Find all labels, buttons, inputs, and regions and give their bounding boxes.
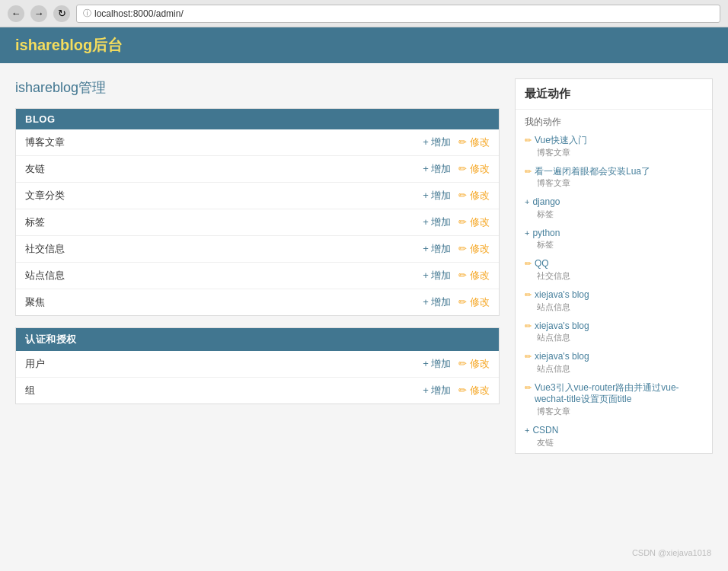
recent-item-type: 博客文章 [525, 177, 703, 189]
list-item: ✏看一遍闭着眼都会安装Lua了博客文章 [516, 163, 712, 194]
recent-items-container: ✏Vue快速入门博客文章✏看一遍闭着眼都会安装Lua了博客文章+django标签… [516, 132, 712, 453]
recent-item-text: django [532, 196, 560, 209]
list-item: ✏Vue快速入门博客文章 [516, 132, 712, 163]
right-panel: 最近动作 我的动作 ✏Vue快速入门博客文章✏看一遍闭着眼都会安装Lua了博客文… [515, 78, 713, 550]
recent-actions-subheader: 我的动作 [516, 110, 712, 132]
section-blog: BLOG博客文章+ 增加✏ 修改友链+ 增加✏ 修改文章分类+ 增加✏ 修改标签… [15, 108, 500, 316]
pencil-icon: ✏ [525, 321, 532, 331]
row-actions: + 增加✏ 修改 [423, 162, 490, 176]
address-bar[interactable]: ⓘ localhost:8000/admin/ [76, 5, 720, 23]
row-label: 博客文章 [25, 136, 65, 149]
row-actions: + 增加✏ 修改 [423, 269, 490, 282]
row-actions: + 增加✏ 修改 [423, 189, 490, 203]
plus-icon: + [525, 426, 529, 435]
edit-link[interactable]: ✏ 修改 [458, 242, 490, 256]
recent-item-type: 标签 [525, 239, 703, 250]
plus-icon: + [525, 228, 529, 238]
add-link[interactable]: + 增加 [423, 269, 451, 282]
recent-item-type: 站点信息 [525, 332, 703, 343]
lock-icon: ⓘ [83, 8, 91, 19]
add-link[interactable]: + 增加 [423, 295, 451, 309]
edit-link[interactable]: ✏ 修改 [458, 136, 490, 149]
row-actions: + 增加✏ 修改 [423, 136, 490, 149]
add-link[interactable]: + 增加 [423, 357, 451, 371]
add-link[interactable]: + 增加 [423, 189, 451, 203]
edit-link[interactable]: ✏ 修改 [458, 215, 490, 229]
recent-actions-title: 最近动作 [516, 79, 712, 110]
recent-item-link[interactable]: +django [525, 196, 703, 209]
list-item: ✏xiejava's blog站点信息 [516, 286, 712, 317]
recent-item-link[interactable]: ✏xiejava's blog [525, 289, 703, 301]
row-label: 标签 [25, 215, 45, 229]
recent-item-link[interactable]: ✏xiejava's blog [525, 351, 703, 363]
edit-link[interactable]: ✏ 修改 [458, 269, 490, 282]
recent-item-link[interactable]: ✏Vue快速入门 [525, 135, 703, 147]
section-header-auth: 认证和授权 [16, 328, 499, 351]
table-row: 文章分类+ 增加✏ 修改 [16, 183, 499, 209]
pencil-icon: ✏ [525, 167, 532, 177]
back-button[interactable]: ← [8, 5, 24, 22]
row-label: 聚焦 [25, 295, 45, 309]
section-auth: 认证和授权用户+ 增加✏ 修改组+ 增加✏ 修改 [15, 327, 500, 404]
list-item: ✏xiejava's blog站点信息 [516, 348, 712, 379]
forward-button[interactable]: → [30, 5, 47, 22]
recent-item-text: Vue3引入vue-router路由并通过vue-wechat-title设置页… [535, 382, 703, 406]
list-item: ✏Vue3引入vue-router路由并通过vue-wechat-title设置… [516, 379, 712, 422]
recent-item-text: QQ [535, 258, 549, 270]
row-actions: + 增加✏ 修改 [423, 215, 490, 229]
table-row: 站点信息+ 增加✏ 修改 [16, 263, 499, 289]
table-row: 用户+ 增加✏ 修改 [16, 351, 499, 378]
recent-item-text: xiejava's blog [535, 351, 589, 363]
edit-link[interactable]: ✏ 修改 [458, 357, 490, 371]
address-text: localhost:8000/admin/ [94, 8, 184, 19]
edit-link[interactable]: ✏ 修改 [458, 384, 490, 397]
page-title: ishareblog管理 [15, 78, 500, 97]
table-row: 友链+ 增加✏ 修改 [16, 156, 499, 183]
recent-panel: 最近动作 我的动作 ✏Vue快速入门博客文章✏看一遍闭着眼都会安装Lua了博客文… [515, 78, 713, 454]
add-link[interactable]: + 增加 [423, 242, 451, 256]
row-actions: + 增加✏ 修改 [423, 357, 490, 371]
site-header: ishareblog后台 [0, 27, 728, 63]
add-link[interactable]: + 增加 [423, 162, 451, 176]
recent-item-text: 看一遍闭着眼都会安装Lua了 [535, 166, 650, 178]
recent-item-link[interactable]: ✏QQ [525, 258, 703, 270]
recent-item-type: 博客文章 [525, 147, 703, 158]
row-label: 友链 [25, 162, 45, 176]
recent-item-type: 博客文章 [525, 406, 703, 417]
recent-item-link[interactable]: +python [525, 228, 703, 240]
main-wrapper: ishareblog管理 BLOG博客文章+ 增加✏ 修改友链+ 增加✏ 修改文… [0, 63, 728, 566]
row-label: 用户 [25, 357, 45, 371]
recent-item-type: 站点信息 [525, 301, 703, 313]
recent-item-link[interactable]: ✏xiejava's blog [525, 321, 703, 333]
pencil-icon: ✏ [525, 352, 532, 362]
add-link[interactable]: + 增加 [423, 215, 451, 229]
recent-item-link[interactable]: ✏看一遍闭着眼都会安装Lua了 [525, 166, 703, 178]
list-item: +python标签 [516, 225, 712, 256]
sections-container: BLOG博客文章+ 增加✏ 修改友链+ 增加✏ 修改文章分类+ 增加✏ 修改标签… [15, 108, 500, 404]
add-link[interactable]: + 增加 [423, 136, 451, 149]
recent-item-text: xiejava's blog [535, 289, 589, 301]
left-panel: ishareblog管理 BLOG博客文章+ 增加✏ 修改友链+ 增加✏ 修改文… [15, 78, 500, 550]
table-row: 博客文章+ 增加✏ 修改 [16, 129, 499, 156]
pencil-icon: ✏ [525, 259, 532, 269]
edit-link[interactable]: ✏ 修改 [458, 189, 490, 203]
recent-item-text: python [532, 228, 560, 240]
row-label: 文章分类 [25, 189, 65, 203]
recent-item-link[interactable]: +CSDN [525, 425, 703, 437]
row-actions: + 增加✏ 修改 [423, 295, 490, 309]
recent-item-link[interactable]: ✏Vue3引入vue-router路由并通过vue-wechat-title设置… [525, 382, 703, 406]
reload-button[interactable]: ↻ [53, 5, 70, 22]
row-actions: + 增加✏ 修改 [423, 242, 490, 256]
list-item: +django标签 [516, 193, 712, 225]
list-item: +CSDN友链 [516, 422, 712, 453]
add-link[interactable]: + 增加 [423, 384, 451, 397]
site-title: ishareblog后台 [15, 37, 123, 53]
pencil-icon: ✏ [525, 290, 532, 300]
table-row: 聚焦+ 增加✏ 修改 [16, 289, 499, 315]
recent-item-text: Vue快速入门 [535, 135, 587, 147]
edit-link[interactable]: ✏ 修改 [458, 295, 490, 309]
pencil-icon: ✏ [525, 136, 532, 145]
table-row: 社交信息+ 增加✏ 修改 [16, 236, 499, 263]
list-item: ✏QQ社交信息 [516, 255, 712, 286]
edit-link[interactable]: ✏ 修改 [458, 162, 490, 176]
